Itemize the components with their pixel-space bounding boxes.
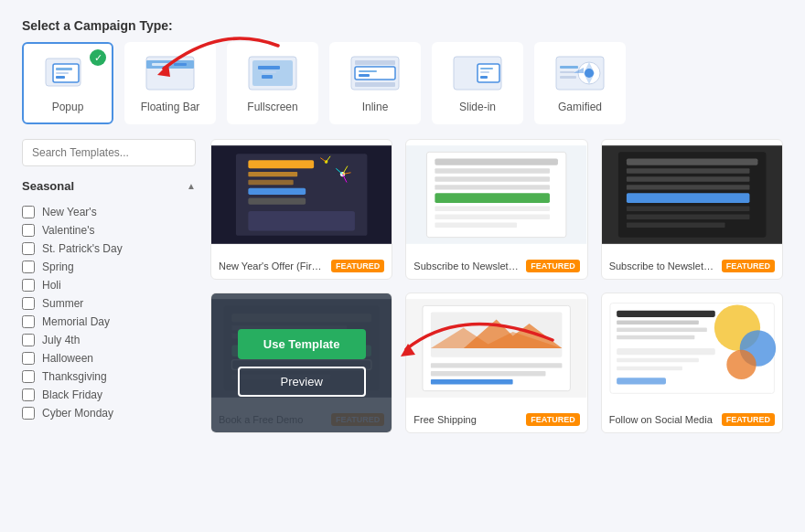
- svg-rect-18: [359, 74, 370, 77]
- svg-rect-52: [435, 176, 551, 181]
- svg-rect-95: [617, 367, 682, 370]
- popup-label: Popup: [52, 101, 84, 113]
- svg-rect-60: [627, 159, 758, 165]
- filter-july-4th[interactable]: July 4th: [22, 334, 196, 346]
- svg-rect-56: [435, 215, 551, 219]
- campaign-type-popup[interactable]: ✓ Popup: [22, 42, 113, 124]
- free-shipping-thumbnail: [406, 293, 586, 403]
- template-card-subscribe-1[interactable]: Subscribe to Newsletter ... FEATURED: [405, 139, 587, 280]
- new-years-footer: New Year's Offer (Firewо... FEATURED: [211, 253, 392, 279]
- svg-rect-23: [480, 71, 489, 73]
- svg-rect-66: [627, 215, 750, 219]
- template-card-free-shipping[interactable]: Free Shipping FEATURED: [405, 293, 587, 433]
- svg-rect-16: [355, 67, 395, 80]
- fullscreen-label: Fullscreen: [247, 101, 297, 113]
- seasonal-chevron: ▲: [187, 181, 196, 191]
- campaign-type-floating-bar[interactable]: Floating Bar: [124, 42, 216, 124]
- selected-checkmark: ✓: [90, 49, 106, 66]
- use-template-button[interactable]: Use Template: [238, 329, 366, 359]
- template-card-social-media[interactable]: Follow on Social Media FEATURED: [601, 293, 783, 433]
- svg-rect-11: [258, 66, 280, 69]
- filter-black-friday[interactable]: Black Friday: [22, 388, 196, 401]
- inline-icon: [348, 53, 402, 93]
- svg-rect-51: [435, 168, 551, 173]
- svg-rect-13: [262, 75, 273, 79]
- svg-rect-50: [435, 159, 559, 165]
- preview-button[interactable]: Preview: [238, 367, 366, 397]
- popup-icon: [40, 53, 95, 93]
- svg-rect-90: [617, 321, 699, 325]
- filter-st-patricks[interactable]: St. Patrick's Day: [22, 242, 196, 255]
- new-years-name: New Year's Offer (Firewо...: [219, 261, 326, 271]
- filter-holi[interactable]: Holi: [22, 279, 196, 292]
- svg-rect-54: [435, 193, 551, 203]
- svg-rect-12: [262, 71, 276, 73]
- subscribe-1-badge: FEATURED: [526, 260, 579, 272]
- svg-rect-28: [560, 66, 578, 69]
- filter-summer[interactable]: Summer: [22, 297, 196, 310]
- svg-rect-34: [248, 160, 314, 168]
- subscribe-2-badge: FEATURED: [722, 260, 775, 272]
- slide-in-label: Slide-in: [459, 101, 496, 113]
- svg-rect-62: [627, 176, 750, 181]
- svg-rect-36: [248, 180, 293, 185]
- svg-rect-94: [617, 358, 699, 362]
- svg-rect-2: [56, 68, 72, 70]
- svg-rect-83: [431, 379, 513, 384]
- svg-rect-89: [617, 311, 715, 317]
- svg-rect-82: [431, 371, 546, 376]
- subscribe-2-thumbnail: [602, 140, 782, 250]
- svg-rect-30: [560, 76, 576, 79]
- campaign-type-inline[interactable]: Inline: [329, 42, 421, 124]
- social-media-thumbnail: [602, 293, 782, 403]
- filter-spring[interactable]: Spring: [22, 261, 196, 273]
- sidebar: Seasonal ▲ New Year's Valentine's St. Pa…: [22, 139, 196, 433]
- filter-valentines[interactable]: Valentine's: [22, 224, 196, 237]
- svg-rect-91: [617, 328, 707, 332]
- svg-rect-93: [617, 348, 715, 355]
- svg-rect-65: [627, 207, 750, 211]
- svg-rect-92: [617, 335, 694, 339]
- social-media-footer: Follow on Social Media FEATURED: [602, 407, 782, 432]
- template-card-book-demo[interactable]: Use Template Preview Book a Free Demo FE…: [210, 293, 392, 433]
- svg-rect-15: [355, 60, 395, 65]
- svg-rect-35: [248, 172, 297, 176]
- filter-thanksgiving[interactable]: Thanksgiving: [22, 370, 196, 383]
- filter-new-years[interactable]: New Year's: [22, 206, 196, 218]
- svg-rect-22: [480, 68, 493, 69]
- inline-label: Inline: [362, 101, 389, 113]
- svg-rect-67: [627, 222, 725, 227]
- filter-list: New Year's Valentine's St. Patrick's Day…: [22, 206, 196, 420]
- campaign-type-gamified[interactable]: Gamified: [534, 42, 626, 124]
- svg-rect-19: [355, 82, 395, 87]
- subscribe-2-name: Subscribe to Newsletter ...: [609, 261, 716, 271]
- free-shipping-name: Free Shipping: [413, 414, 521, 425]
- book-demo-overlay: Use Template Preview: [211, 293, 392, 432]
- social-media-badge: FEATURED: [722, 413, 775, 426]
- filter-cyber-monday[interactable]: Cyber Monday: [22, 407, 196, 420]
- subscribe-1-name: Subscribe to Newsletter ...: [413, 261, 521, 271]
- floating-bar-label: Floating Bar: [141, 101, 200, 113]
- svg-point-27: [585, 69, 594, 78]
- svg-rect-4: [56, 76, 65, 79]
- svg-rect-64: [627, 193, 750, 203]
- template-card-new-years[interactable]: New Year's Offer (Firewо... FEATURED: [210, 139, 392, 280]
- svg-rect-7: [152, 63, 170, 66]
- template-card-subscribe-2[interactable]: Subscribe to Newsletter ... FEATURED: [601, 139, 783, 280]
- svg-rect-96: [617, 378, 666, 384]
- seasonal-section-header[interactable]: Seasonal ▲: [22, 176, 196, 197]
- svg-rect-53: [435, 185, 551, 189]
- bottom-section: Seasonal ▲ New Year's Valentine's St. Pa…: [22, 139, 783, 433]
- filter-memorial-day[interactable]: Memorial Day: [22, 315, 196, 328]
- filter-halloween[interactable]: Halloween: [22, 352, 196, 365]
- svg-rect-3: [56, 72, 69, 74]
- svg-rect-63: [627, 185, 750, 189]
- svg-rect-81: [431, 363, 563, 367]
- campaign-type-slide-in[interactable]: Slide-in: [432, 42, 523, 124]
- svg-rect-57: [435, 222, 518, 227]
- subscribe-2-footer: Subscribe to Newsletter ... FEATURED: [602, 253, 782, 279]
- campaign-type-fullscreen[interactable]: Fullscreen: [227, 42, 318, 124]
- search-input[interactable]: [22, 139, 196, 166]
- svg-rect-17: [359, 70, 377, 72]
- svg-rect-29: [560, 71, 574, 73]
